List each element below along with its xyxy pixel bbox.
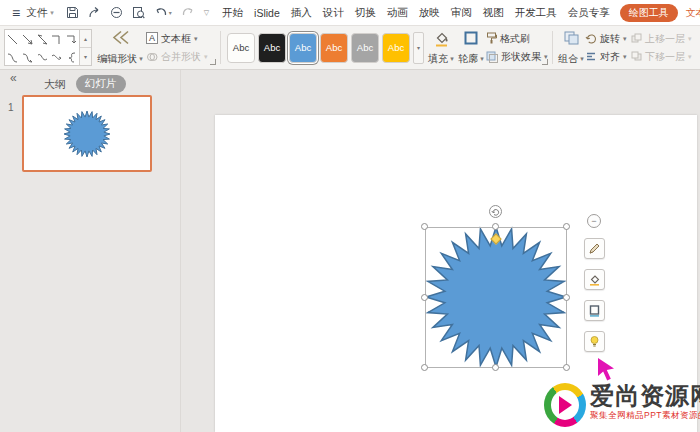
align-button[interactable]: 对齐▾	[585, 49, 631, 64]
ribbon-toolbar: ▴ ▾ 编辑形状▾ A 文本框▾ 合并形状▾ Abc Abc Abc Abc	[0, 26, 700, 70]
tab-home[interactable]: 开始	[221, 5, 244, 21]
tab-design[interactable]: 设计	[322, 5, 345, 21]
style-swatch-black[interactable]: Abc	[258, 33, 286, 63]
slide-thumbnail-1[interactable]	[22, 95, 152, 172]
tab-drawing-tools[interactable]: 绘图工具	[620, 4, 678, 22]
file-menu-label: 文件	[26, 6, 47, 20]
print-icon	[110, 6, 123, 19]
tab-member[interactable]: 会员专享	[567, 5, 611, 21]
tab-animation[interactable]: 动画	[386, 5, 409, 21]
export-icon	[88, 6, 101, 19]
tab-slides-active[interactable]: 幻灯片	[76, 75, 126, 93]
tab-outline[interactable]: 大纲	[44, 77, 66, 92]
shape-curve[interactable]	[35, 48, 50, 66]
rotate-handle[interactable]	[489, 205, 502, 218]
chevron-down-icon: ▾	[450, 53, 454, 65]
context-tabs: 绘图工具 文本工具 ▾	[620, 4, 700, 22]
dialog-launcher-icon[interactable]	[210, 59, 216, 65]
shape-line-double-arrow[interactable]	[35, 30, 50, 48]
format-painter-icon	[486, 32, 497, 44]
float-edit-button[interactable]	[584, 238, 605, 259]
group-button[interactable]: 组合▾	[557, 29, 585, 66]
gallery-up-button[interactable]: ▴	[80, 30, 91, 47]
style-swatch-blue-selected[interactable]: Abc	[289, 33, 317, 63]
outline-button[interactable]: 轮廓▾	[456, 29, 486, 66]
shape-elbow-arrow-connector[interactable]	[64, 30, 79, 48]
resize-handle-e[interactable]	[563, 294, 570, 301]
shape-curved-connector-2[interactable]	[20, 48, 35, 66]
text-box-button[interactable]: A 文本框▾	[146, 31, 216, 46]
format-painter-button[interactable]: 格式刷	[486, 31, 548, 46]
shape-curved-connector[interactable]	[5, 48, 20, 66]
send-backward-button[interactable]: 下移一层▾	[631, 49, 695, 64]
shape-effects-button[interactable]: 形状效果▾	[486, 49, 548, 64]
gallery-more-button[interactable]: ▾	[80, 47, 91, 65]
shape-freeform[interactable]	[50, 48, 65, 66]
align-label: 对齐	[600, 49, 620, 64]
save-button[interactable]	[66, 6, 79, 19]
edit-shape-label: 编辑形状	[97, 53, 137, 65]
tab-transitions[interactable]: 切换	[354, 5, 377, 21]
edit-shape-button[interactable]: 编辑形状▾	[96, 29, 144, 66]
pencil-icon	[588, 242, 601, 255]
float-toolbar-collapse-button[interactable]: −	[587, 214, 601, 228]
merge-shapes-label: 合并形状	[161, 49, 201, 64]
rotate-button[interactable]: 旋转▾	[585, 31, 631, 46]
fill-button[interactable]: 填充▾	[426, 29, 456, 66]
print-preview-icon	[132, 6, 145, 19]
shape-elbow-connector[interactable]	[50, 30, 65, 48]
resize-handle-n[interactable]	[492, 223, 499, 230]
resize-handle-sw[interactable]	[421, 364, 428, 371]
tab-slideshow[interactable]: 放映	[418, 5, 441, 21]
rotate-label: 旋转	[600, 31, 620, 46]
style-swatch-orange[interactable]: Abc	[320, 33, 348, 63]
tab-islide[interactable]: iSlide	[253, 6, 281, 20]
group-icon	[563, 30, 580, 46]
print-preview-button[interactable]	[132, 6, 145, 19]
resize-handle-s[interactable]	[492, 364, 499, 371]
export-button[interactable]	[88, 6, 101, 19]
shape-gallery: ▴ ▾	[4, 29, 92, 66]
customize-qat-button[interactable]: ▽	[204, 9, 209, 17]
resize-handle-se[interactable]	[563, 364, 570, 371]
tab-developer[interactable]: 开发工具	[514, 5, 558, 21]
style-swatch-gray[interactable]: Abc	[351, 33, 379, 63]
tab-text-tools[interactable]: 文本工具	[686, 6, 700, 20]
style-swatch-yellow[interactable]: Abc	[382, 33, 410, 63]
tab-view[interactable]: 视图	[482, 5, 505, 21]
chevron-down-icon: ▾	[580, 53, 584, 65]
select-button[interactable]: 选择	[695, 29, 700, 66]
dialog-launcher-icon[interactable]	[542, 59, 548, 65]
file-menu[interactable]: 文件 ▾	[26, 6, 54, 20]
resize-handle-w[interactable]	[421, 294, 428, 301]
float-outline-button[interactable]	[584, 300, 605, 321]
style-swatch-white[interactable]: Abc	[227, 33, 255, 63]
text-merge-group: A 文本框▾ 合并形状▾	[144, 29, 216, 66]
send-backward-icon	[631, 51, 642, 62]
edit-shape-icon	[110, 30, 130, 45]
resize-handle-nw[interactable]	[421, 223, 428, 230]
shape-scribble[interactable]	[64, 48, 79, 66]
svg-text:A: A	[149, 33, 155, 43]
merge-shapes-button[interactable]: 合并形状▾	[146, 49, 216, 64]
shape-line[interactable]	[5, 30, 20, 48]
fill-bucket-icon	[433, 30, 450, 47]
outline-icon	[463, 30, 479, 46]
tab-review[interactable]: 审阅	[450, 5, 473, 21]
bring-forward-icon	[631, 33, 642, 44]
style-gallery-more-button[interactable]: ▾	[413, 32, 424, 64]
bring-forward-button[interactable]: 上移一层▾	[631, 31, 695, 46]
undo-button[interactable]: ▾	[154, 6, 172, 19]
shape-line-arrow[interactable]	[20, 30, 35, 48]
chevron-down-icon: ▾	[204, 49, 208, 64]
hamburger-menu-icon[interactable]: ≡	[12, 5, 20, 21]
redo-button[interactable]	[181, 6, 195, 19]
print-button[interactable]	[110, 6, 123, 19]
resize-handle-ne[interactable]	[563, 223, 570, 230]
rotate-align-group: 旋转▾ 对齐▾	[585, 29, 631, 66]
watermark-subtitle: 聚集全网精品PPT素材资源的网站	[590, 410, 700, 422]
float-fill-button[interactable]	[584, 269, 605, 290]
tab-insert[interactable]: 插入	[290, 5, 313, 21]
float-idea-button[interactable]	[584, 331, 605, 352]
outline-label: 轮廓	[458, 53, 478, 65]
